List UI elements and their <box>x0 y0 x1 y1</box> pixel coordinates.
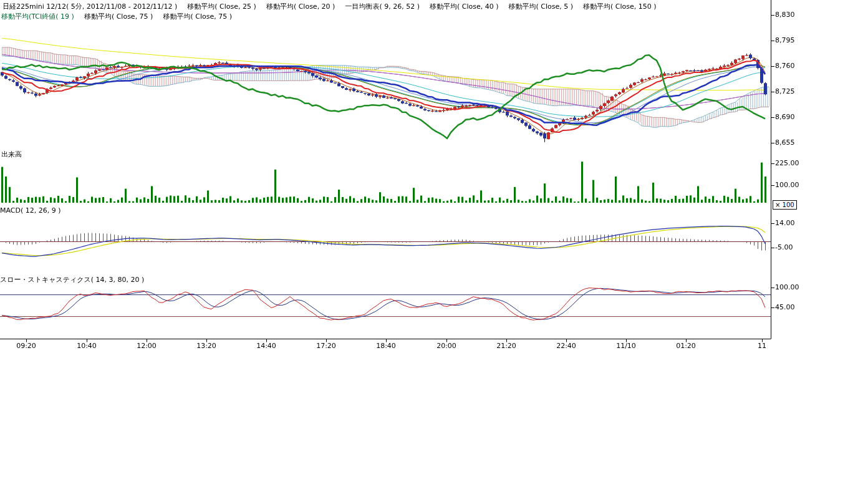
volume-panel-label: 出来高 <box>1 150 22 159</box>
indicator-label: 一目均衡表( 9, 26, 52 ) <box>345 2 420 11</box>
indicator-label: 日経225mini 12/12( 5分, 2012/11/08 - 2012/1… <box>2 2 177 11</box>
indicator-label: 移動平均( Close, 75 ) <box>84 12 153 21</box>
indicator-header-row1: 日経225mini 12/12( 5分, 2012/11/08 - 2012/1… <box>2 2 657 11</box>
indicator-label: 移動平均( Close, 150 ) <box>583 2 657 11</box>
indicator-label: 移動平均( Close, 5 ) <box>509 2 574 11</box>
volume-multiplier-badge: × 100 <box>773 200 797 210</box>
indicator-header-row2: 移動平均(TCI終値( 19 )移動平均( Close, 75 )移動平均( C… <box>1 12 232 21</box>
indicator-label: 移動平均( Close, 40 ) <box>430 2 499 11</box>
chart-root: 日経225mini 12/12( 5分, 2012/11/08 - 2012/1… <box>0 0 868 479</box>
indicator-label: 移動平均( Close, 25 ) <box>187 2 256 11</box>
macd-panel-label: MACD( 12, 26, 9 ) <box>0 206 61 215</box>
stoch-panel-label: スロー・ストキャスティクス( 14, 3, 80, 20 ) <box>0 275 144 284</box>
indicator-label: 移動平均( Close, 75 ) <box>163 12 232 21</box>
indicator-label: 移動平均(TCI終値( 19 ) <box>1 12 74 21</box>
chart-canvas[interactable] <box>0 0 868 374</box>
indicator-label: 移動平均( Close, 20 ) <box>266 2 335 11</box>
